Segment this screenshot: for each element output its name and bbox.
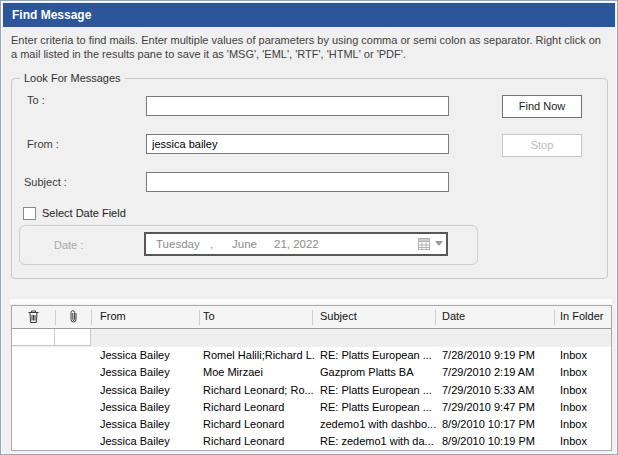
cell-from: Jessica Bailey — [100, 366, 200, 378]
cell-from: Jessica Bailey — [100, 384, 200, 396]
cell-folder: Inbox — [560, 401, 610, 413]
cell-subject: Gazprom Platts BA — [320, 366, 438, 378]
grid-filter-row — [12, 329, 611, 347]
paperclip-icon — [69, 309, 78, 324]
table-row[interactable]: Jessica Bailey Richard Leonard RE: zedem… — [12, 433, 611, 450]
table-row[interactable]: Jessica Bailey Richard Leonard zedemo1 w… — [12, 416, 611, 433]
cell-to: Richard Leonard — [203, 401, 315, 413]
cell-subject: RE: Platts European ... — [320, 401, 438, 413]
subject-label: Subject : — [24, 176, 67, 188]
column-divider — [435, 310, 436, 325]
delete-column-header[interactable] — [27, 309, 40, 324]
table-row[interactable]: Jessica Bailey Richard Leonard RE: Platt… — [12, 399, 611, 416]
cell-to: Richard Leonard — [203, 435, 315, 447]
in-folder-column-header[interactable]: In Folder — [560, 310, 603, 322]
from-label: From : — [27, 138, 59, 150]
cell-subject: RE: Platts European ... — [320, 384, 438, 396]
cell-to: Richard Leonard; Ro... — [203, 384, 315, 396]
from-column-header[interactable]: From — [100, 310, 126, 322]
calendar-dropdown-arrow[interactable] — [435, 241, 443, 246]
cell-subject: RE: Platts European ... — [320, 349, 438, 361]
stop-button[interactable]: Stop — [502, 134, 582, 157]
cell-folder: Inbox — [560, 384, 610, 396]
grid-filter-cell — [55, 329, 91, 346]
cell-to: Richard Leonard — [203, 418, 315, 430]
find-now-button[interactable]: Find Now — [502, 95, 582, 118]
date-label: Date : — [54, 239, 83, 251]
cell-date: 7/29/2010 9:47 PM — [442, 401, 554, 413]
date-picker[interactable]: Tuesday , June 21, 2022 — [144, 232, 448, 256]
date-month: June — [232, 234, 257, 254]
calendar-icon — [418, 238, 430, 250]
results-header: From To Subject Date In Folder — [12, 306, 611, 329]
results-body: Jessica Bailey Romel Halili;Richard L...… — [12, 347, 611, 450]
cell-folder: Inbox — [560, 435, 610, 447]
cell-date: 7/28/2010 9:19 PM — [442, 349, 554, 361]
date-weekday: Tuesday — [156, 234, 200, 254]
select-date-field-checkbox[interactable] — [23, 207, 36, 220]
attachment-column-header[interactable] — [69, 309, 78, 324]
cell-to: Moe Mirzaei — [203, 366, 315, 378]
column-divider — [312, 310, 313, 325]
column-divider — [91, 310, 92, 325]
find-message-dialog: Find Message Enter criteria to find mail… — [0, 0, 618, 455]
cell-subject: zedemo1 with dashbo... — [320, 418, 438, 430]
cell-date: 8/9/2010 10:19 PM — [442, 435, 554, 447]
table-row[interactable]: Jessica Bailey Romel Halili;Richard L...… — [12, 347, 611, 364]
cell-from: Jessica Bailey — [100, 435, 200, 447]
results-grid: From To Subject Date In Folder Jessica B… — [11, 305, 612, 451]
table-top-highlight — [10, 299, 612, 304]
table-row[interactable]: Jessica Bailey Richard Leonard; Ro... RE… — [12, 382, 611, 399]
group-label: Look For Messages — [20, 72, 125, 84]
from-input[interactable] — [146, 134, 449, 154]
cell-subject: RE: zedemo1 with da... — [320, 435, 438, 447]
to-label: To : — [27, 94, 45, 106]
cell-from: Jessica Bailey — [100, 349, 200, 361]
table-row[interactable]: Jessica Bailey Moe Mirzaei Gazprom Platt… — [12, 364, 611, 381]
to-column-header[interactable]: To — [203, 310, 215, 322]
column-divider — [55, 310, 56, 325]
cell-date: 7/29/2010 2:19 AM — [442, 366, 554, 378]
trash-icon — [27, 309, 40, 324]
dialog-title: Find Message — [3, 3, 615, 27]
column-divider — [554, 310, 555, 325]
cell-folder: Inbox — [560, 349, 610, 361]
subject-input[interactable] — [146, 172, 449, 192]
subject-column-header[interactable]: Subject — [320, 310, 357, 322]
cell-from: Jessica Bailey — [100, 401, 200, 413]
cell-date: 8/9/2010 10:17 PM — [442, 418, 554, 430]
grid-filter-cell — [12, 329, 55, 346]
date-day-year: 21, 2022 — [274, 234, 319, 254]
instructions-text: Enter criteria to find mails. Enter mult… — [11, 33, 605, 61]
cell-to: Romel Halili;Richard L... — [203, 349, 315, 361]
column-divider — [199, 310, 200, 325]
select-date-field-label: Select Date Field — [42, 207, 126, 219]
cell-date: 7/29/2010 5:33 AM — [442, 384, 554, 396]
date-column-header[interactable]: Date — [442, 310, 465, 322]
cell-from: Jessica Bailey — [100, 418, 200, 430]
cell-folder: Inbox — [560, 366, 610, 378]
date-comma: , — [210, 234, 213, 254]
to-input[interactable] — [146, 96, 449, 116]
cell-folder: Inbox — [560, 418, 610, 430]
